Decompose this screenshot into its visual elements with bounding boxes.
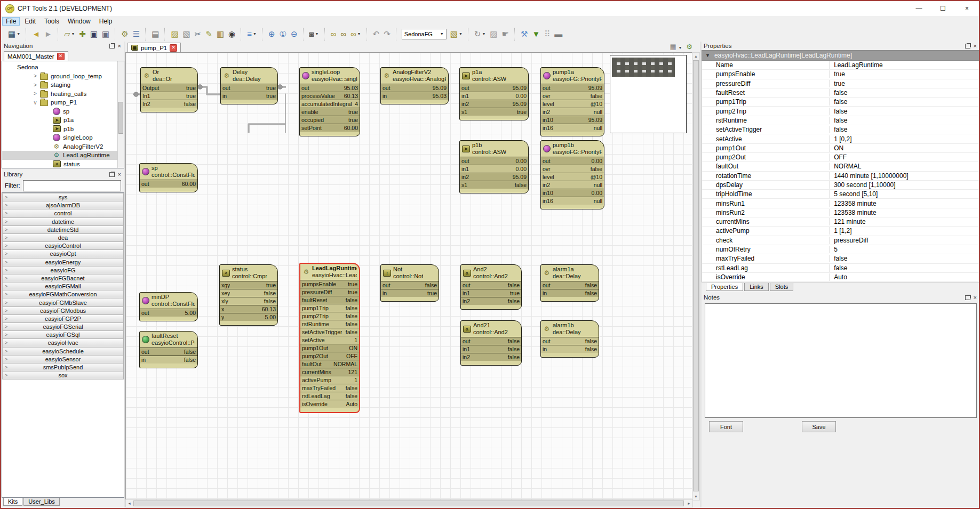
kit-ajsoAlarmDB[interactable]: >ajsoAlarmDB	[2, 201, 124, 209]
property-value[interactable]: NORMAL	[830, 163, 979, 170]
slot-in[interactable]: in95.03	[381, 92, 448, 100]
property-value[interactable]: false	[830, 98, 979, 106]
property-value[interactable]: LeadLagRuntime	[830, 61, 979, 69]
font-button[interactable]: Font	[709, 421, 743, 432]
property-value[interactable]: OFF	[830, 153, 979, 161]
slot-maxTryFailed[interactable]: maxTryFailedfalse	[300, 384, 359, 392]
slot-ovr[interactable]: ovrfalse	[541, 165, 604, 173]
block-And2[interactable]: &And2control::And2outfalsein1truein2fals…	[460, 264, 522, 310]
property-value[interactable]: 5	[830, 246, 979, 253]
property-value[interactable]: 1 [0,2]	[830, 135, 979, 143]
slot-in1[interactable]: in10.00	[460, 92, 528, 100]
kit-easyioSchedule[interactable]: >easyioSchedule	[2, 348, 124, 356]
tree-item-p1b[interactable]: ➤p1b	[2, 125, 124, 134]
slot-pressureDiff[interactable]: pressureDifftrue	[300, 288, 359, 296]
slot-pumpsEnable[interactable]: pumpsEnabletrue	[300, 280, 359, 288]
kit-easyioFGBacnet[interactable]: >easyioFGBacnet	[2, 274, 124, 282]
property-value[interactable]: 123358 minute	[830, 200, 979, 207]
slot-enable[interactable]: enabletrue	[300, 108, 360, 116]
kit-dea[interactable]: >dea	[2, 234, 124, 242]
slot-out[interactable]: out95.03	[300, 84, 360, 92]
property-value[interactable]: 1 [1,2]	[830, 227, 979, 235]
kit-easyioCpt[interactable]: >easyioCpt	[2, 250, 124, 258]
scrollbar-thumb[interactable]	[693, 60, 699, 491]
canvas-vertical-scrollbar[interactable]: ▲ ▼	[692, 52, 700, 500]
deploy-button[interactable]: ▧▼	[449, 29, 464, 39]
slot-setActive[interactable]: setActive1	[300, 336, 359, 344]
slot-processValue[interactable]: processValue60.13	[300, 92, 360, 100]
slot-out[interactable]: outfalse	[461, 281, 521, 289]
menu-tools[interactable]: Tools	[41, 17, 63, 26]
tree-item-staging[interactable]: >staging	[2, 80, 124, 90]
perspective-button[interactable]: ▦▼	[6, 29, 22, 39]
link-delete-button[interactable]: ∞▼	[349, 29, 363, 39]
gears-button[interactable]: ⚙	[119, 29, 130, 39]
tree-item-analogfilterv2[interactable]: ⚙AnalogFilterV2	[2, 142, 124, 151]
property-value[interactable]: false	[830, 255, 979, 262]
tab-properties[interactable]: Properties	[706, 283, 743, 291]
slot-out[interactable]: outfalse	[541, 337, 599, 345]
tree-item-leadlagruntime[interactable]: ⚙LeadLagRuntime	[2, 151, 124, 160]
property-row-rstLeadLag[interactable]: rstLeadLagfalse	[702, 264, 979, 273]
slot-xgy[interactable]: xgytrue	[220, 281, 277, 289]
block-LeadLagRuntime[interactable]: ⚙LeadLagRuntimeeasyioHvac::LeadLpumpsEna…	[299, 263, 360, 413]
property-row-setActiveTrigger[interactable]: setActiveTriggerfalse	[702, 125, 979, 134]
property-row-pressureDiff[interactable]: pressureDifftrue	[702, 79, 979, 88]
property-row-pump1Trip[interactable]: pump1Tripfalse	[702, 98, 979, 107]
slot-out[interactable]: outfalse	[541, 281, 599, 289]
property-value[interactable]: true	[830, 70, 979, 78]
delete-button[interactable]: ▥	[215, 29, 226, 39]
property-row-dpsDelay[interactable]: dpsDelay300 second [1,10000]	[702, 181, 979, 190]
slot-in1[interactable]: in1true	[461, 289, 521, 297]
slot-in2[interactable]: in2null	[541, 108, 604, 116]
tree-item-status[interactable]: <status	[2, 160, 124, 169]
tree-scrollbar[interactable]	[117, 61, 124, 168]
slot-y[interactable]: y5.00	[220, 313, 277, 321]
expand-icon[interactable]: v	[32, 100, 38, 106]
close-panel-icon[interactable]: ×	[118, 43, 121, 49]
slot-rstRuntime[interactable]: rstRuntimefalse	[300, 320, 359, 328]
property-row-check[interactable]: checkpressureDiff	[702, 236, 979, 245]
slot-Output[interactable]: Outputtrue	[141, 84, 197, 92]
slot-out[interactable]: outfalse	[461, 337, 521, 345]
navigation-tab[interactable]: MAM001_Master ✕	[4, 51, 68, 61]
slot-in[interactable]: infalse	[541, 289, 599, 297]
property-row-pumpsEnable[interactable]: pumpsEnabletrue	[702, 70, 979, 79]
tab-user_libs[interactable]: User_Libs	[23, 498, 60, 506]
slot-out[interactable]: out5.00	[140, 309, 197, 317]
property-value[interactable]: false	[830, 117, 979, 124]
canvas-horizontal-scrollbar[interactable]: ◄ ►	[125, 499, 693, 507]
slot-setActiveTrigger[interactable]: setActiveTriggerfalse	[300, 328, 359, 336]
download-button[interactable]: ▼	[530, 29, 541, 39]
slot-in16[interactable]: in16null	[541, 197, 604, 205]
kit-datetime[interactable]: >datetime	[2, 218, 124, 226]
tree-item-singleloop[interactable]: singleLoop	[2, 133, 124, 142]
scroll-left-icon[interactable]: ◄	[126, 500, 133, 507]
slot-faultOut[interactable]: faultOutNORMAL	[300, 360, 359, 368]
eraser-button[interactable]: ▬	[553, 29, 564, 39]
close-panel-icon[interactable]: ×	[118, 172, 121, 177]
zoom-in-button[interactable]: ⊕	[267, 29, 277, 39]
slot-out[interactable]: outfalse	[140, 348, 197, 356]
slot-level[interactable]: level@10	[541, 173, 604, 181]
slot-out[interactable]: out95.09	[381, 84, 448, 92]
tree-item-heating_calls[interactable]: >heating_calls	[2, 90, 124, 99]
slot-pump1Out[interactable]: pump1OutON	[300, 344, 359, 352]
block-And21[interactable]: &And21control::And2outfalsein1falsein2fa…	[460, 320, 522, 366]
slot-occupied[interactable]: occupiedtrue	[300, 116, 360, 124]
slot-in2[interactable]: in295.09	[460, 100, 528, 108]
kit-easyioHvac[interactable]: >easyioHvac	[2, 339, 124, 347]
align-button[interactable]: ≡▼	[245, 29, 258, 39]
print-button[interactable]: ▤	[150, 29, 161, 39]
property-value[interactable]: false	[830, 108, 979, 115]
property-value[interactable]: Auto	[830, 273, 979, 281]
block-Delay[interactable]: ⚙Delaydea::Delayouttrueintrue	[220, 67, 278, 104]
slot-accumulatedIntegral[interactable]: accumulatedIntegral4	[300, 100, 360, 108]
slot-x[interactable]: x60.13	[220, 305, 277, 313]
slot-rstLeadLag[interactable]: rstLeadLagfalse	[300, 392, 359, 400]
kit-easyioFG[interactable]: >easyioFG	[2, 266, 124, 274]
slot-out[interactable]: out0.00	[541, 157, 604, 165]
block-alarm1a[interactable]: ⚙alarm1adea::Delayoutfalseinfalse	[540, 264, 599, 302]
menu-window[interactable]: Window	[64, 17, 94, 26]
properties-group-header[interactable]: ▼ easyioHvac::LeadLagRuntime[LeadLagRunt…	[702, 50, 980, 61]
